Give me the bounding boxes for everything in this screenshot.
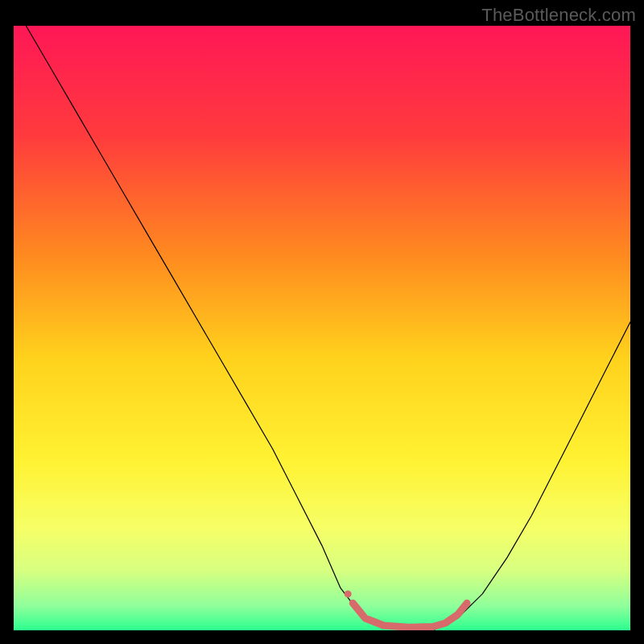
watermark-label: TheBottleneck.com bbox=[481, 5, 636, 26]
chart-container: TheBottleneck.com bbox=[0, 0, 644, 644]
chart-background bbox=[14, 26, 630, 630]
chart-svg bbox=[14, 26, 630, 630]
marker-optimal-start-dot bbox=[345, 590, 352, 597]
markers-group bbox=[345, 590, 352, 597]
plot-frame bbox=[14, 26, 630, 630]
